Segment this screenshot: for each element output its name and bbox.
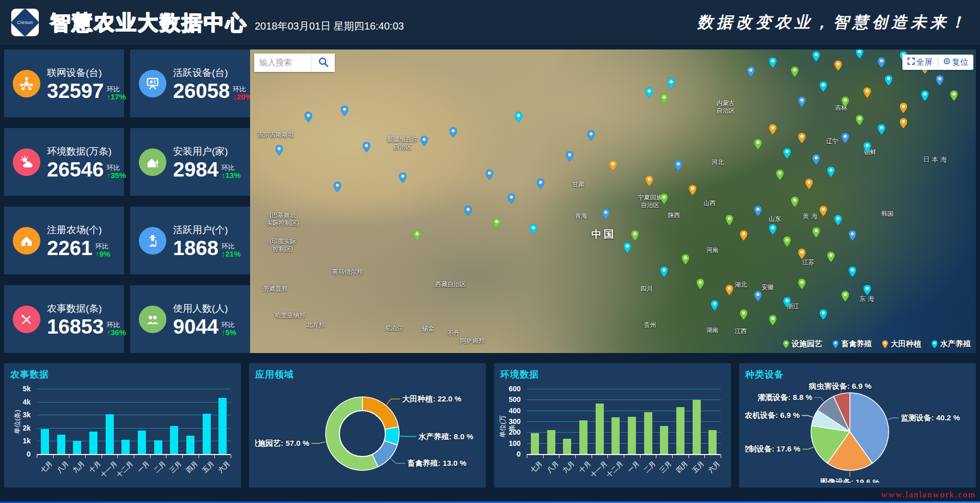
map-marker[interactable]: [834, 215, 842, 225]
map-marker[interactable]: [813, 51, 820, 62]
map-marker[interactable]: [754, 139, 762, 149]
map-marker[interactable]: [863, 285, 871, 295]
map-marker[interactable]: [791, 66, 798, 77]
map-marker[interactable]: [696, 279, 704, 289]
map-marker[interactable]: [646, 87, 653, 98]
reset-button[interactable]: 复位: [943, 57, 968, 68]
map-marker[interactable]: [464, 206, 472, 216]
map-marker[interactable]: [798, 133, 805, 143]
map-marker[interactable]: [885, 75, 893, 86]
map-marker[interactable]: [333, 182, 341, 192]
fullscreen-button[interactable]: 全屏: [908, 57, 933, 68]
map-marker[interactable]: [362, 142, 370, 153]
map-marker[interactable]: [624, 242, 631, 253]
map-marker[interactable]: [660, 93, 668, 104]
map-marker[interactable]: [754, 291, 762, 301]
map-marker[interactable]: [863, 87, 871, 98]
map-marker[interactable]: [827, 252, 835, 262]
map-marker[interactable]: [725, 285, 733, 295]
map-marker[interactable]: [566, 151, 573, 162]
map-search: [254, 54, 335, 72]
compare-label: 环比: [107, 164, 126, 171]
map-marker[interactable]: [769, 57, 776, 68]
map-marker[interactable]: [878, 57, 886, 68]
map-marker[interactable]: [667, 78, 675, 89]
map-marker[interactable]: [798, 248, 805, 259]
chart-title: 农事数据: [10, 368, 235, 381]
map-marker[interactable]: [798, 96, 805, 107]
map-marker[interactable]: [682, 254, 690, 265]
map-marker[interactable]: [421, 136, 428, 146]
map-marker[interactable]: [769, 224, 776, 235]
map-marker[interactable]: [413, 230, 421, 241]
map-marker[interactable]: [820, 206, 827, 216]
map-marker[interactable]: [587, 130, 595, 141]
map-marker[interactable]: [674, 160, 682, 171]
label-leader-line: [386, 399, 400, 405]
map-marker[interactable]: [747, 66, 755, 77]
website-url: www.lanlanwork.com: [881, 490, 976, 500]
map-marker[interactable]: [834, 60, 842, 71]
map-marker[interactable]: [660, 266, 668, 277]
map-marker[interactable]: [878, 124, 886, 135]
map-marker[interactable]: [493, 218, 501, 229]
map-marker[interactable]: [660, 193, 668, 204]
search-button[interactable]: [311, 54, 335, 72]
map-marker[interactable]: [842, 96, 849, 107]
map-marker[interactable]: [689, 185, 697, 195]
map-marker[interactable]: [304, 112, 312, 122]
map-marker[interactable]: [536, 179, 544, 189]
map-marker[interactable]: [399, 172, 406, 183]
map-marker[interactable]: [515, 112, 523, 122]
map-marker[interactable]: [783, 297, 791, 308]
map-marker[interactable]: [783, 148, 791, 159]
map-marker[interactable]: [798, 279, 805, 289]
map-marker[interactable]: [856, 115, 864, 125]
map-marker[interactable]: [849, 266, 856, 277]
map-marker[interactable]: [740, 309, 747, 320]
map-marker[interactable]: [842, 291, 849, 301]
header-slogan: 数据改变农业，智慧创造未来！: [697, 12, 969, 33]
map-marker[interactable]: [950, 90, 958, 101]
map-marker[interactable]: [646, 175, 653, 186]
map-marker[interactable]: [820, 309, 827, 320]
x-tick: [656, 455, 656, 458]
map-marker[interactable]: [805, 179, 813, 189]
x-tick: [166, 455, 166, 458]
map-marker[interactable]: [507, 193, 515, 204]
map-marker[interactable]: [899, 103, 907, 113]
stat-card: 使用人数(人)9044环比↑5%: [130, 285, 250, 353]
stat-value: 2984: [173, 159, 218, 180]
map-marker[interactable]: [813, 227, 820, 238]
map-marker[interactable]: [863, 142, 871, 153]
map-marker[interactable]: [275, 145, 283, 156]
search-input[interactable]: [254, 54, 311, 72]
map-marker[interactable]: [769, 124, 776, 135]
map-marker[interactable]: [740, 230, 747, 241]
map-marker[interactable]: [842, 133, 849, 143]
map-marker[interactable]: [450, 127, 457, 138]
gridline: [37, 441, 231, 441]
map-marker[interactable]: [899, 118, 907, 129]
map-marker[interactable]: [827, 166, 835, 177]
map-marker[interactable]: [791, 196, 798, 207]
map-marker[interactable]: [486, 169, 494, 180]
map-marker[interactable]: [754, 206, 762, 216]
map-marker[interactable]: [609, 160, 617, 171]
map-marker[interactable]: [529, 224, 537, 235]
map-marker[interactable]: [813, 154, 820, 165]
map-marker[interactable]: [783, 236, 791, 247]
donut-chart: 大田种植: 22.0 %水产养殖: 8.0 %畜禽养殖: 13.0 %设施园艺:…: [255, 383, 480, 483]
map-marker[interactable]: [936, 75, 943, 86]
map-marker[interactable]: [711, 300, 719, 311]
map-marker[interactable]: [769, 315, 776, 325]
map-marker[interactable]: [856, 49, 864, 59]
map-marker[interactable]: [725, 215, 733, 225]
map-marker[interactable]: [849, 230, 856, 241]
map-marker[interactable]: [921, 90, 929, 101]
map-marker[interactable]: [631, 230, 639, 241]
map-marker[interactable]: [602, 209, 609, 219]
map-marker[interactable]: [776, 169, 784, 180]
map-marker[interactable]: [340, 106, 348, 116]
map-marker[interactable]: [820, 81, 827, 92]
